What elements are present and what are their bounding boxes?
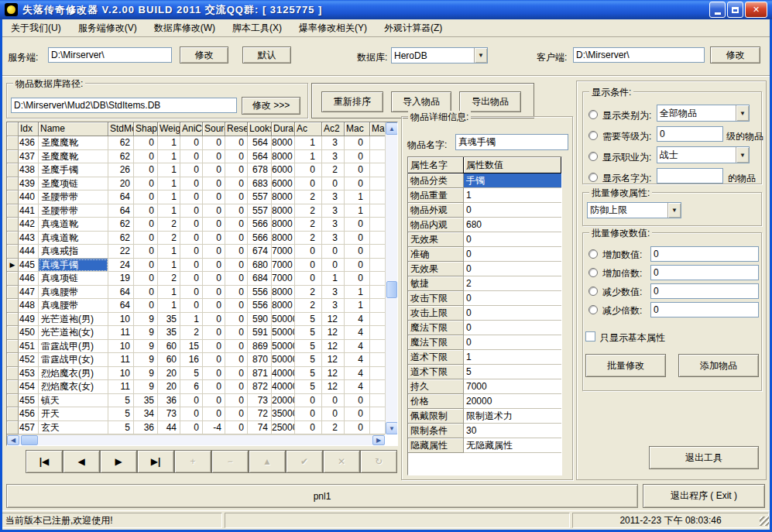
- property-value-cell[interactable]: 手镯: [464, 173, 561, 188]
- cell-looks[interactable]: 564: [248, 136, 272, 150]
- cell-ac2[interactable]: 3: [322, 299, 345, 313]
- property-value-cell[interactable]: 2: [464, 276, 561, 291]
- cell-looks[interactable]: 74: [248, 421, 272, 435]
- cell-duramax[interactable]: 50000: [272, 326, 295, 340]
- cell-shape[interactable]: 0: [134, 136, 158, 150]
- cell-shape[interactable]: 9: [134, 380, 158, 394]
- cell-anicount[interactable]: 16: [180, 353, 203, 367]
- cell-mac[interactable]: 1: [345, 190, 370, 204]
- cell-mac[interactable]: 4: [345, 340, 370, 354]
- cell-anicount[interactable]: 15: [180, 340, 203, 354]
- cell-looks[interactable]: 566: [248, 218, 272, 232]
- cell-mac[interactable]: 1: [345, 286, 370, 300]
- table-row[interactable]: 440 圣腰带带 64 0 1 0 0 0 557 8000 2 3 1: [7, 190, 385, 204]
- property-name-cell[interactable]: 敏捷: [408, 276, 464, 291]
- batch-sub-radio[interactable]: [588, 287, 598, 296]
- cell-stdmode[interactable]: 62: [108, 232, 134, 245]
- property-value-cell[interactable]: 0: [464, 262, 561, 276]
- cell-anicount[interactable]: 0: [180, 177, 203, 191]
- cell-weight[interactable]: 35: [158, 313, 180, 327]
- table-row[interactable]: 436 圣魔魔靴 62 0 1 0 0 0 564 8000 1 3 0: [7, 136, 385, 150]
- cell-looks[interactable]: 556: [248, 299, 272, 313]
- cell-ac[interactable]: 2: [295, 286, 322, 300]
- cell-looks[interactable]: 871: [248, 367, 272, 381]
- cell-stdmode[interactable]: 5: [108, 421, 134, 435]
- cell-duramax[interactable]: 8000: [272, 150, 295, 164]
- cell-duramax[interactable]: 50000: [272, 340, 295, 354]
- cell-idx[interactable]: 457: [19, 421, 39, 435]
- cell-looks[interactable]: 556: [248, 286, 272, 300]
- menu-item[interactable]: 脚本工具(X): [224, 20, 290, 36]
- cell-idx[interactable]: 442: [19, 218, 39, 232]
- cell-stdmode[interactable]: 24: [108, 259, 134, 273]
- chevron-down-icon[interactable]: ▼: [736, 147, 749, 163]
- property-name-cell[interactable]: 无效果: [408, 262, 464, 276]
- filter-category-radio[interactable]: [588, 110, 598, 119]
- cell-weight[interactable]: 20: [158, 380, 180, 394]
- cell-mac[interactable]: 1: [345, 204, 370, 218]
- property-name-cell[interactable]: 魔法下限: [408, 321, 464, 335]
- cell-duramax[interactable]: 40000: [272, 380, 295, 394]
- table-row[interactable]: 454 烈焰魔衣(女) 11 9 20 6 0 0 872 40000 5 12…: [7, 380, 385, 394]
- property-value-cell[interactable]: 680: [464, 218, 561, 232]
- cell-mac2[interactable]: [370, 259, 385, 273]
- minimize-button[interactable]: [709, 2, 726, 18]
- cell-ac2[interactable]: 3: [322, 150, 345, 164]
- cell-anicount[interactable]: 0: [180, 163, 203, 177]
- navigator-button[interactable]: ↻: [360, 450, 397, 473]
- property-name-cell[interactable]: 道术下限: [408, 350, 464, 365]
- cell-shape[interactable]: 0: [134, 286, 158, 300]
- cell-ac2[interactable]: 12: [322, 340, 345, 354]
- cell-ac2[interactable]: 0: [322, 245, 345, 259]
- cell-stdmode[interactable]: 64: [108, 204, 134, 218]
- filter-job-radio[interactable]: [588, 152, 598, 161]
- cell-shape[interactable]: 0: [134, 299, 158, 313]
- cell-anicount[interactable]: 0: [180, 272, 203, 286]
- cell-reserved[interactable]: 0: [225, 150, 248, 164]
- grid-vertical-scrollbar[interactable]: ▲ ▼: [385, 122, 397, 434]
- cell-idx[interactable]: 439: [19, 177, 39, 191]
- property-value-cell[interactable]: 1: [464, 188, 561, 203]
- cell-weight[interactable]: 2: [158, 232, 180, 245]
- cell-duramax[interactable]: 8000: [272, 232, 295, 245]
- cell-anicount[interactable]: 0: [180, 394, 203, 408]
- cell-stdmode[interactable]: 11: [108, 326, 134, 340]
- property-name-cell[interactable]: 物品内观: [408, 218, 464, 232]
- cell-source[interactable]: 0: [203, 136, 225, 150]
- export-items-button[interactable]: 导出物品: [459, 91, 521, 112]
- cell-ac[interactable]: 0: [295, 259, 322, 273]
- cell-idx[interactable]: 454: [19, 380, 39, 394]
- scroll-left-icon[interactable]: ◀: [7, 435, 19, 445]
- cell-name[interactable]: 开天: [39, 407, 108, 421]
- cell-idx[interactable]: 443: [19, 232, 39, 245]
- batch-div-radio[interactable]: [588, 305, 598, 314]
- cell-name[interactable]: 烈焰魔衣(女): [39, 380, 108, 394]
- filter-level-input[interactable]: [657, 126, 723, 142]
- cell-reserved[interactable]: 0: [225, 204, 248, 218]
- cell-looks[interactable]: 557: [248, 204, 272, 218]
- cell-duramax[interactable]: 20000: [272, 394, 295, 408]
- cell-weight[interactable]: 2: [158, 218, 180, 232]
- property-row[interactable]: 物品重量 1: [408, 188, 561, 203]
- cell-ac[interactable]: 0: [295, 421, 322, 435]
- item-name-input[interactable]: [455, 134, 568, 150]
- cell-source[interactable]: 0: [203, 177, 225, 191]
- cell-duramax[interactable]: 8000: [272, 286, 295, 300]
- cell-ac2[interactable]: 3: [322, 232, 345, 245]
- cell-name[interactable]: 玄天: [39, 421, 108, 435]
- horizontal-scroll-thumb[interactable]: [21, 435, 38, 445]
- cell-source[interactable]: -4: [203, 421, 225, 435]
- property-name-cell[interactable]: 准确: [408, 247, 464, 262]
- cell-mac2[interactable]: [370, 421, 385, 435]
- property-row[interactable]: 攻击上限 0: [408, 306, 561, 321]
- chevron-down-icon[interactable]: ▼: [736, 105, 749, 121]
- resort-button[interactable]: 重新排序: [321, 91, 383, 112]
- cell-idx[interactable]: 436: [19, 136, 39, 150]
- resize-grip[interactable]: [760, 517, 769, 526]
- cell-looks[interactable]: 566: [248, 232, 272, 245]
- cell-anicount[interactable]: 0: [180, 150, 203, 164]
- cell-reserved[interactable]: 0: [225, 232, 248, 245]
- property-value-cell[interactable]: 限制道术力: [464, 409, 561, 424]
- cell-source[interactable]: 0: [203, 367, 225, 381]
- property-name-cell[interactable]: 持久: [408, 379, 464, 394]
